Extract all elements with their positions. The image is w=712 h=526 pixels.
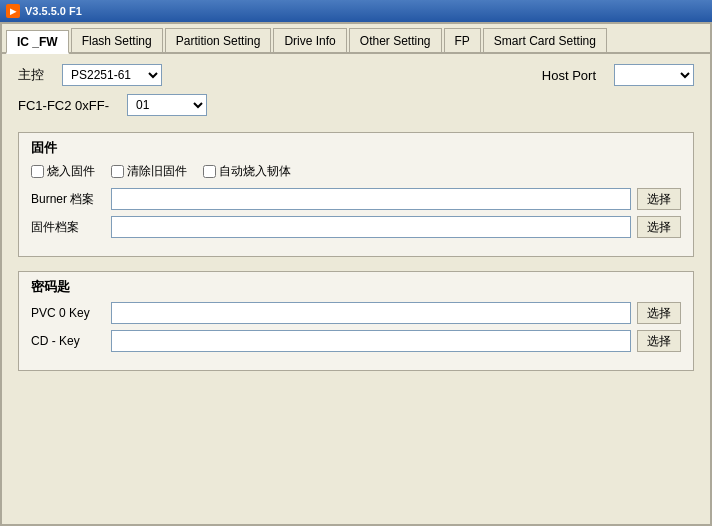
fc1fc2-select[interactable]: 01 02 03 [127, 94, 207, 116]
cd-key-label: CD - Key [31, 334, 111, 348]
tab-bar: IC _FW Flash Setting Partition Setting D… [2, 24, 710, 54]
host-port-label: Host Port [542, 68, 596, 83]
pvc0-key-label: PVC 0 Key [31, 306, 111, 320]
main-control-row: 主控 PS2251-61 PS2251-67 PS2251-70 Host Po… [18, 64, 694, 86]
firmware-section-title: 固件 [31, 139, 681, 157]
tab-other-setting[interactable]: Other Setting [349, 28, 442, 52]
burner-file-select-button[interactable]: 选择 [637, 188, 681, 210]
main-window: IC _FW Flash Setting Partition Setting D… [0, 22, 712, 526]
main-control-label: 主控 [18, 66, 44, 84]
tab-ic-fw[interactable]: IC _FW [6, 30, 69, 54]
tab-partition-setting[interactable]: Partition Setting [165, 28, 272, 52]
tab-drive-info[interactable]: Drive Info [273, 28, 346, 52]
password-section: 密码匙 PVC 0 Key 选择 CD - Key 选择 [18, 271, 694, 371]
host-port-select[interactable] [614, 64, 694, 86]
main-control-select[interactable]: PS2251-61 PS2251-67 PS2251-70 [62, 64, 162, 86]
cd-key-row: CD - Key 选择 [31, 330, 681, 352]
pvc0-key-select-button[interactable]: 选择 [637, 302, 681, 324]
pvc0-key-row: PVC 0 Key 选择 [31, 302, 681, 324]
app-icon: ▶ [6, 4, 20, 18]
pvc0-key-input[interactable] [111, 302, 631, 324]
cd-key-select-button[interactable]: 选择 [637, 330, 681, 352]
burn-firmware-checkbox-label[interactable]: 烧入固件 [31, 163, 95, 180]
firmware-file-row: 固件档案 选择 [31, 216, 681, 238]
auto-burn-checkbox[interactable] [203, 165, 216, 178]
password-section-title: 密码匙 [31, 278, 681, 296]
tab-flash-setting[interactable]: Flash Setting [71, 28, 163, 52]
fc1fc2-row: FC1-FC2 0xFF- 01 02 03 [18, 94, 694, 116]
auto-burn-checkbox-label[interactable]: 自动烧入韧体 [203, 163, 291, 180]
burner-file-row: Burner 档案 选择 [31, 188, 681, 210]
clear-old-firmware-checkbox-label[interactable]: 清除旧固件 [111, 163, 187, 180]
content-area: 主控 PS2251-61 PS2251-67 PS2251-70 Host Po… [2, 54, 710, 524]
burner-file-input[interactable] [111, 188, 631, 210]
burn-firmware-checkbox[interactable] [31, 165, 44, 178]
tab-fp[interactable]: FP [444, 28, 481, 52]
title-bar: ▶ V3.5.5.0 F1 [0, 0, 712, 22]
title-text: V3.5.5.0 F1 [25, 5, 82, 17]
tab-smart-card-setting[interactable]: Smart Card Setting [483, 28, 607, 52]
clear-old-firmware-checkbox[interactable] [111, 165, 124, 178]
cd-key-input[interactable] [111, 330, 631, 352]
firmware-section: 固件 烧入固件 清除旧固件 自动烧入韧体 Burner 档案 [18, 132, 694, 257]
burn-firmware-label: 烧入固件 [47, 163, 95, 180]
clear-old-firmware-label: 清除旧固件 [127, 163, 187, 180]
burner-file-label: Burner 档案 [31, 191, 111, 208]
firmware-file-input[interactable] [111, 216, 631, 238]
firmware-file-select-button[interactable]: 选择 [637, 216, 681, 238]
firmware-file-label: 固件档案 [31, 219, 111, 236]
firmware-checkbox-row: 烧入固件 清除旧固件 自动烧入韧体 [31, 163, 681, 180]
fc1fc2-label: FC1-FC2 0xFF- [18, 98, 109, 113]
auto-burn-label: 自动烧入韧体 [219, 163, 291, 180]
